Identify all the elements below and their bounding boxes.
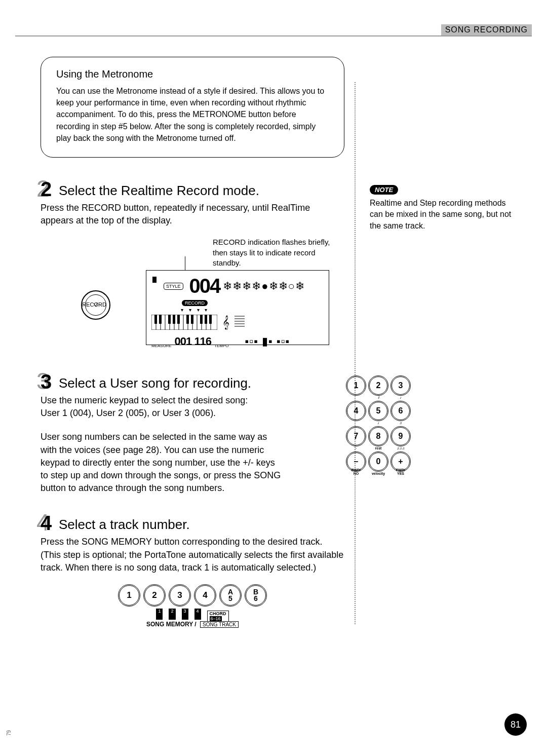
display-row: RECORD STYLE 004 ❄❄❄❄●❄❄○❄ RECORD ▾ ▾ ▾ …: [81, 270, 344, 345]
step-3-heading: Select a User song for recording.: [59, 375, 344, 391]
section-header: SONG RECORDING: [441, 24, 532, 35]
svg-rect-18: [177, 315, 180, 324]
lcd-record-badge: RECORD: [182, 300, 208, 306]
keypad-minus[interactable]: –BWD/ NO: [346, 451, 366, 472]
song-memory-under-labels: 1 2 3 4 CHORD 6–16: [41, 609, 344, 620]
lcd-segments: ▪▫▪ ▮▪ ▪▫▪: [245, 335, 290, 348]
numeric-keypad: 1 2♩ 3♪ 4 5♪ 6♬ 7· 8rest 9♬♬♬ –BWD/ NO 0…: [345, 375, 411, 473]
svg-rect-22: [205, 315, 207, 324]
keyboard-icon: [151, 315, 217, 330]
svg-rect-16: [168, 315, 171, 324]
keypad-4[interactable]: 4: [346, 401, 366, 421]
lcd-number: 004: [189, 275, 220, 297]
keypad-3[interactable]: 3♪: [390, 375, 411, 396]
step-3-body-2: User song numbers can be selected in the…: [41, 431, 284, 495]
song-memory-1[interactable]: 1: [118, 584, 140, 607]
keypad-7[interactable]: 7·: [346, 426, 366, 446]
lcd-caption: RECORD indication flashes briefly, then …: [213, 237, 339, 268]
style-badge: STYLE: [164, 283, 183, 290]
lcd-keyboard-row: 𝄞: [151, 315, 324, 330]
step-2: 2 2 Select the Realtime Record mode. Pre…: [41, 183, 344, 345]
svg-rect-20: [191, 315, 193, 324]
keypad-1[interactable]: 1: [346, 375, 366, 396]
keypad-0[interactable]: 0velocity: [368, 451, 388, 472]
keypad-2[interactable]: 2♩: [368, 375, 388, 396]
song-memory-title: SONG MEMORY / SONG TRACK: [41, 621, 344, 628]
tempo-label: TEMPO: [214, 344, 228, 348]
keypad-6[interactable]: 6♬: [390, 401, 411, 421]
svg-rect-14: [154, 315, 157, 324]
keypad-9[interactable]: 9♬♬♬: [390, 426, 411, 446]
step-3: 3 3 Select a User song for recording. Us…: [41, 375, 344, 495]
song-memory-buttons: 1 2 3 4 A 5 B 6: [41, 584, 344, 607]
lcd-pointer-line: [185, 256, 185, 271]
indicator-dot: [152, 277, 157, 283]
song-memory-2[interactable]: 2: [143, 584, 166, 607]
vertical-dotted-separator: [355, 82, 356, 624]
page-number: 81: [504, 713, 527, 736]
lcd-arrows: ▾ ▾ ▾ ▾: [181, 307, 324, 313]
measure-label: MEASURE: [151, 344, 172, 348]
keypad-plus[interactable]: +FWD/ YES: [390, 451, 411, 472]
step-2-heading: Select the Realtime Record mode.: [59, 183, 344, 199]
songtrack-label: SONG TRACK: [200, 621, 239, 628]
staff-lines-icon: [235, 315, 245, 329]
metronome-body: You can use the Metronome instead of a s…: [56, 85, 329, 144]
measure-value: 001 116: [175, 335, 212, 348]
song-memory-3[interactable]: 3: [169, 584, 191, 607]
note-sidebar: NOTE Realtime and Step recording methods…: [370, 185, 517, 232]
song-memory-4[interactable]: 4: [194, 584, 216, 607]
song-memory-b6[interactable]: B 6: [245, 584, 267, 607]
svg-rect-15: [159, 315, 162, 324]
svg-rect-21: [200, 315, 203, 324]
step-4-heading: Select a track number.: [59, 517, 344, 533]
svg-rect-19: [186, 315, 189, 324]
metronome-box: Using the Metronome You can use the Metr…: [41, 57, 344, 158]
step-number: 2: [41, 178, 52, 201]
step-number: 3: [41, 370, 52, 393]
step-2-body: Press the RECORD button, repeatedly if n…: [41, 202, 344, 227]
step-4: 4 4 Select a track number. Press the SON…: [41, 517, 344, 628]
step-3-body-1: Use the numeric keypad to select the des…: [41, 394, 263, 420]
note-body: Realtime and Step recording methods can …: [370, 198, 517, 232]
song-memory-a5[interactable]: A 5: [219, 584, 242, 607]
record-button-label: RECORD: [74, 301, 114, 308]
side-marker: 79: [6, 730, 12, 736]
step-number: 4: [41, 512, 52, 535]
treble-clef-icon: 𝄞: [222, 315, 229, 329]
header-divider: SONG RECORDING: [15, 0, 532, 36]
svg-rect-17: [173, 315, 175, 324]
main-column: Using the Metronome You can use the Metr…: [41, 57, 344, 628]
chord-label: CHORD 6–16: [207, 611, 229, 622]
lcd-display: STYLE 004 ❄❄❄❄●❄❄○❄ RECORD ▾ ▾ ▾ ▾: [146, 270, 329, 345]
svg-rect-23: [209, 315, 212, 324]
keypad-5[interactable]: 5♪: [368, 401, 388, 421]
lcd-icons: ❄❄❄❄●❄❄○❄: [223, 280, 305, 293]
metronome-title: Using the Metronome: [56, 68, 329, 80]
keypad-8[interactable]: 8rest: [368, 426, 388, 446]
note-badge: NOTE: [370, 185, 398, 195]
step-4-body: Press the SONG MEMORY button correspondi…: [41, 536, 344, 574]
